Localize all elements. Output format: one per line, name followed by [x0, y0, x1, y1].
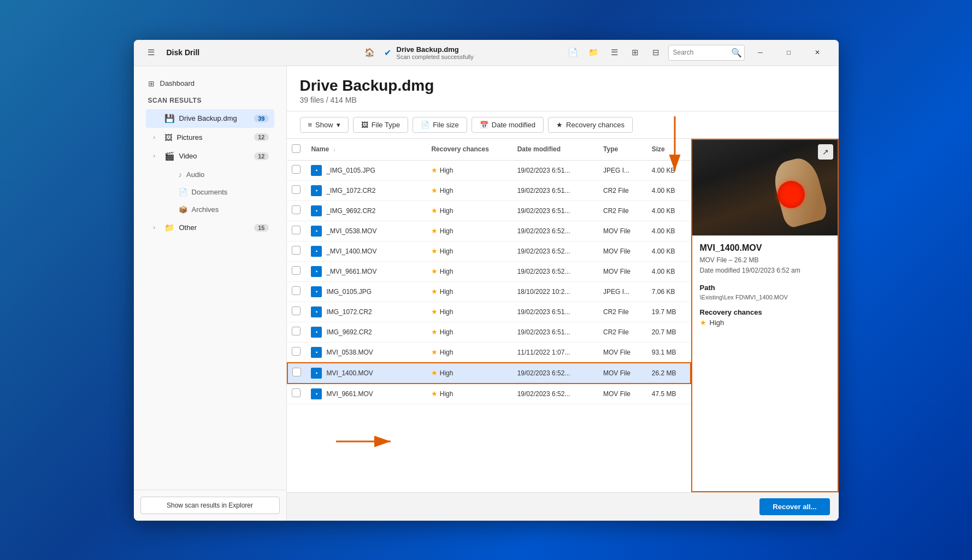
sidebar-item-audio[interactable]: ♪ Audio — [146, 166, 274, 183]
row-recovery: ★ High — [427, 302, 512, 322]
file-name-cell: ▪ _IMG_9692.CR2 — [311, 205, 422, 216]
recovery-star-icon: ★ — [431, 328, 438, 336]
table-row[interactable]: ▪ _IMG_0105.JPG ★ High 19/02/2023 6:51..… — [287, 160, 691, 180]
header-checkbox[interactable] — [292, 144, 301, 153]
sidebar-audio-label: Audio — [186, 170, 269, 179]
open-external-button[interactable]: ↗ — [818, 144, 833, 160]
row-name-cell: ▪ IMG_9692.CR2 — [307, 322, 427, 342]
row-name-cell: ▪ _MVI_1400.MOV — [307, 241, 427, 261]
file-type-icon: ▪ — [311, 286, 322, 297]
minimize-button[interactable]: ─ — [748, 44, 773, 61]
recovery-star-icon: ★ — [431, 390, 438, 398]
view-list-icon[interactable]: 📄 — [564, 44, 582, 61]
row-name-cell: ▪ _IMG_9692.CR2 — [307, 201, 427, 221]
row-recovery: ★ High — [427, 241, 512, 261]
header-type[interactable]: Type — [599, 139, 647, 161]
table-row[interactable]: ▪ _MVI_1400.MOV ★ High 19/02/2023 6:52..… — [287, 241, 691, 261]
file-name: IMG_9692.CR2 — [326, 328, 372, 336]
row-checkbox[interactable] — [292, 266, 301, 275]
sidebar-item-drive-backup[interactable]: 💾 Drive Backup.dmg 39 — [146, 109, 274, 128]
row-checkbox[interactable] — [292, 165, 301, 174]
table-row[interactable]: ▪ _MVI_9661.MOV ★ High 19/02/2023 6:52..… — [287, 261, 691, 281]
close-button[interactable]: ✕ — [805, 44, 830, 61]
row-recovery: ★ High — [427, 261, 512, 281]
table-row[interactable]: ▪ MVI_9661.MOV ★ High 19/02/2023 6:52...… — [287, 384, 691, 404]
audio-icon: ♪ — [179, 170, 182, 179]
table-row[interactable]: ▪ IMG_0105.JPG ★ High 18/10/2022 10:2...… — [287, 281, 691, 302]
view-grid-icon[interactable]: ☰ — [606, 44, 623, 61]
file-name-cell: ▪ IMG_9692.CR2 — [311, 327, 422, 338]
sidebar-item-other[interactable]: › 📁 Other 15 — [146, 219, 274, 237]
filesize-icon: 📄 — [421, 121, 429, 129]
row-date: 19/02/2023 6:51... — [513, 302, 599, 322]
row-checkbox[interactable] — [292, 286, 301, 295]
row-date: 19/02/2023 6:52... — [513, 261, 599, 281]
row-checkbox[interactable] — [292, 306, 301, 315]
dashboard-item[interactable]: ⊞ Dashboard — [143, 75, 278, 92]
row-checkbox[interactable] — [292, 185, 301, 194]
preview-path-label: Path — [700, 284, 830, 292]
table-header-row: Name ↓ Recovery chances Date modified Ty… — [287, 139, 691, 161]
search-box[interactable]: 🔍 — [668, 45, 745, 61]
preview-date: Date modified 19/02/2023 6:52 am — [700, 266, 830, 276]
sidebar-documents-label: Documents — [192, 188, 269, 196]
row-checkbox[interactable] — [292, 347, 301, 356]
row-date: 19/02/2023 6:51... — [513, 322, 599, 342]
table-row[interactable]: ▪ _IMG_1072.CR2 ★ High 19/02/2023 6:51..… — [287, 180, 691, 201]
table-row[interactable]: ▪ _MVI_0538.MOV ★ High 19/02/2023 6:52..… — [287, 221, 691, 241]
hamburger-menu[interactable]: ☰ — [143, 44, 160, 61]
sort-arrow-icon: ↓ — [333, 146, 335, 152]
table-row[interactable]: ▪ IMG_1072.CR2 ★ High 19/02/2023 6:51...… — [287, 302, 691, 322]
sidebar-drive-count: 39 — [254, 115, 268, 122]
recovery-chances-button[interactable]: ★ Recovery chances — [548, 117, 633, 133]
table-row[interactable]: ▪ IMG_9692.CR2 ★ High 19/02/2023 6:51...… — [287, 322, 691, 342]
file-size-button[interactable]: 📄 File size — [413, 117, 467, 133]
sidebar-item-video[interactable]: › 🎬 Video 12 — [146, 147, 274, 166]
header-name[interactable]: Name ↓ — [307, 139, 427, 161]
view-tiles-icon[interactable]: ⊞ — [627, 44, 644, 61]
row-recovery: ★ High — [427, 281, 512, 302]
row-checkbox[interactable] — [292, 327, 301, 335]
view-folder-icon[interactable]: 📁 — [585, 44, 603, 61]
show-button[interactable]: ≡ Show ▾ — [300, 117, 349, 133]
preview-type-size: MOV File – 26.2 MB — [700, 255, 830, 266]
table-row[interactable]: ▪ MVI_0538.MOV ★ High 11/11/2022 1:07...… — [287, 342, 691, 363]
sidebar-item-pictures[interactable]: › 🖼 Pictures 12 — [146, 128, 274, 146]
sidebar-top: ⊞ Dashboard Scan results 💾 Drive Backup.… — [134, 66, 286, 246]
search-input[interactable] — [673, 49, 728, 56]
header-size[interactable]: Size — [647, 139, 691, 161]
table-row[interactable]: ▪ MVI_1400.MOV ★ High 19/02/2023 6:52...… — [287, 363, 691, 384]
row-checkbox[interactable] — [292, 205, 301, 214]
view-split-icon[interactable]: ⊟ — [647, 44, 665, 61]
row-checkbox[interactable] — [292, 368, 301, 376]
sidebar-item-archives[interactable]: 📦 Archives — [146, 201, 274, 218]
maximize-button[interactable]: □ — [776, 44, 802, 61]
recovery-chances-label: Recovery chances — [566, 121, 625, 129]
row-checkbox[interactable] — [292, 246, 301, 255]
header-date[interactable]: Date modified — [513, 139, 599, 161]
table-row[interactable]: ▪ _IMG_9692.CR2 ★ High 19/02/2023 6:51..… — [287, 201, 691, 221]
sidebar-item-documents[interactable]: 📄 Documents — [146, 184, 274, 201]
row-date: 11/11/2022 1:07... — [513, 342, 599, 363]
file-type-button[interactable]: 🖼 File Type — [353, 117, 409, 133]
sidebar-pictures-label: Pictures — [177, 133, 250, 142]
filter-icon: ≡ — [308, 121, 313, 129]
sidebar-pictures-count: 12 — [254, 133, 268, 141]
home-icon[interactable]: 🏠 — [361, 44, 379, 61]
file-name-cell: ▪ _MVI_1400.MOV — [311, 246, 422, 257]
check-icon: ✔ — [384, 48, 391, 58]
recover-all-button[interactable]: Recover all... — [759, 498, 829, 515]
date-modified-label: Date modified — [492, 121, 535, 129]
date-modified-button[interactable]: 📅 Date modified — [472, 117, 544, 133]
app-title: Disk Drill — [167, 48, 200, 57]
row-date: 19/02/2023 6:51... — [513, 160, 599, 180]
file-name: IMG_0105.JPG — [326, 288, 372, 296]
header-recovery[interactable]: Recovery chances — [427, 139, 512, 161]
file-name: _IMG_0105.JPG — [326, 167, 375, 174]
row-checkbox[interactable] — [292, 388, 301, 397]
row-type: JPEG I... — [599, 281, 647, 302]
show-explorer-button[interactable]: Show scan results in Explorer — [140, 497, 280, 514]
row-checkbox[interactable] — [292, 226, 301, 234]
row-type: MOV File — [599, 342, 647, 363]
preview-thumbnail — [692, 140, 838, 235]
